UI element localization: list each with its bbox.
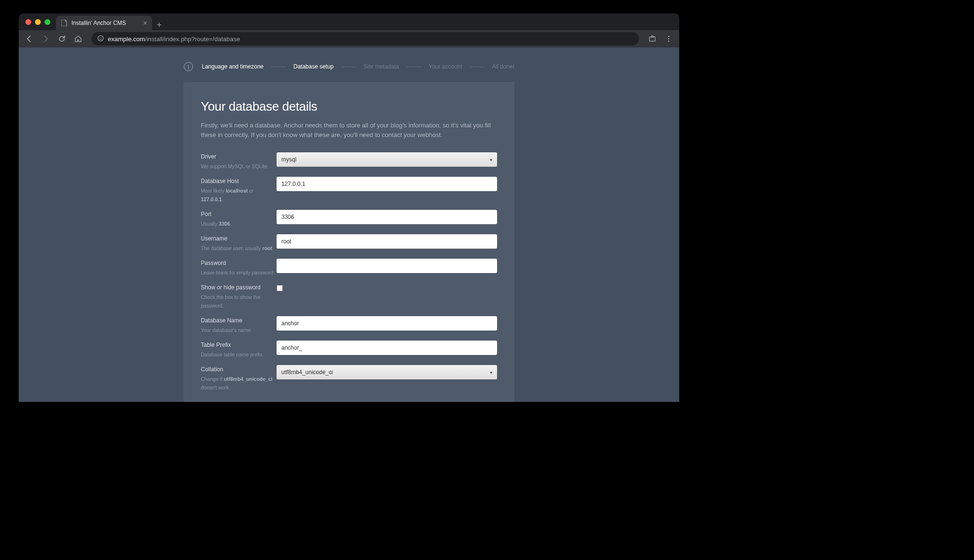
- window-close-button[interactable]: [25, 19, 31, 25]
- svg-point-4: [668, 38, 670, 40]
- url-bar[interactable]: example.com/install/index.php?route=/dat…: [92, 32, 639, 46]
- dbname-hint: Your database's name.: [201, 327, 252, 333]
- username-hint: The database user, usually root.: [201, 245, 274, 251]
- step-database: Database setup: [293, 63, 334, 70]
- step-separator: [271, 67, 286, 67]
- row-show-password: Show or hide password Check the box to s…: [201, 283, 497, 309]
- browser-window: Installin' Anchor CMS × + example.com/in…: [19, 13, 679, 402]
- browser-toolbar: example.com/install/index.php?route=/dat…: [19, 30, 679, 47]
- show-password-label: Show or hide password: [201, 284, 277, 291]
- row-prefix: Table Prefix Database table name prefix.: [201, 341, 497, 358]
- row-host: Database Host Most likely localhost or 1…: [201, 177, 497, 203]
- password-label: Password: [201, 260, 277, 266]
- svg-point-0: [98, 35, 103, 41]
- back-button[interactable]: [23, 32, 36, 46]
- driver-hint: We support MySQL or SQLite.: [201, 163, 268, 169]
- tab-strip: Installin' Anchor CMS × +: [56, 13, 167, 30]
- row-collation: Collation Change if utf8mb4_unicode_ci d…: [201, 365, 497, 391]
- row-driver: Driver We support MySQL or SQLite. mysql: [201, 152, 497, 170]
- svg-point-3: [668, 36, 670, 37]
- page-heading: Your database details: [201, 99, 497, 114]
- page-intro: Firstly, we'll need a database. Anchor n…: [201, 121, 497, 140]
- row-username: Username The database user, usually root…: [201, 234, 497, 252]
- host-label: Database Host: [201, 178, 277, 184]
- step-separator: [406, 67, 421, 67]
- host-input[interactable]: [277, 177, 497, 191]
- menu-button[interactable]: [662, 32, 675, 46]
- driver-select[interactable]: mysql: [277, 152, 497, 167]
- username-input[interactable]: [277, 234, 497, 249]
- install-steps: Language and timezone Database setup Sit…: [184, 47, 514, 82]
- browser-tab[interactable]: Installin' Anchor CMS ×: [56, 16, 152, 30]
- driver-label: Driver: [201, 153, 277, 160]
- form-actions: « Back Next Step »: [277, 398, 497, 402]
- tab-title: Installin' Anchor CMS: [71, 20, 126, 26]
- username-label: Username: [201, 235, 277, 242]
- row-port: Port Usually 3306.: [201, 210, 497, 228]
- password-input[interactable]: [277, 259, 497, 273]
- dbname-input[interactable]: [277, 316, 497, 331]
- prefix-input[interactable]: [277, 341, 497, 355]
- anchor-logo-icon: [184, 62, 193, 71]
- host-hint: Most likely localhost or 127.0.0.1.: [201, 188, 254, 202]
- port-hint: Usually 3306.: [201, 221, 232, 227]
- port-label: Port: [201, 211, 277, 217]
- step-account: Your account: [429, 63, 463, 70]
- collation-label: Collation: [201, 366, 277, 373]
- row-password: Password Leave blank for empty password.: [201, 259, 497, 276]
- step-language: Language and timezone: [202, 63, 264, 70]
- forward-button[interactable]: [39, 32, 52, 46]
- page-icon: [61, 20, 68, 26]
- collation-select[interactable]: utf8mb4_unicode_ci: [277, 365, 497, 379]
- svg-point-5: [668, 41, 670, 42]
- page-viewport: Language and timezone Database setup Sit…: [19, 47, 679, 402]
- window-minimize-button[interactable]: [35, 19, 41, 25]
- prefix-label: Table Prefix: [201, 342, 277, 348]
- install-container: Language and timezone Database setup Sit…: [184, 47, 514, 402]
- close-tab-icon[interactable]: ×: [143, 19, 147, 27]
- show-password-checkbox[interactable]: [277, 285, 283, 291]
- home-button[interactable]: [71, 32, 85, 46]
- titlebar: Installin' Anchor CMS × +: [19, 13, 679, 30]
- row-dbname: Database Name Your database's name.: [201, 316, 497, 334]
- reload-button[interactable]: [55, 32, 69, 46]
- collation-hint: Change if utf8mb4_unicode_ci doesn't wor…: [201, 376, 272, 390]
- port-input[interactable]: [277, 210, 497, 224]
- step-metadata: Site metadata: [363, 63, 399, 70]
- dbname-label: Database Name: [201, 317, 277, 324]
- form-card: Your database details Firstly, we'll nee…: [184, 82, 514, 402]
- prefix-hint: Database table name prefix.: [201, 352, 264, 357]
- new-tab-button[interactable]: +: [152, 20, 167, 30]
- show-password-hint: Check the box to show the password.: [201, 294, 260, 309]
- step-separator: [470, 67, 484, 67]
- site-info-icon[interactable]: [97, 35, 104, 43]
- step-separator: [341, 67, 356, 67]
- extensions-button[interactable]: [646, 32, 659, 46]
- step-done: All done!: [492, 63, 514, 70]
- url-text: example.com/install/index.php?route=/dat…: [108, 35, 240, 43]
- window-maximize-button[interactable]: [45, 19, 50, 25]
- password-hint: Leave blank for empty password.: [201, 270, 275, 275]
- traffic-lights: [25, 19, 50, 25]
